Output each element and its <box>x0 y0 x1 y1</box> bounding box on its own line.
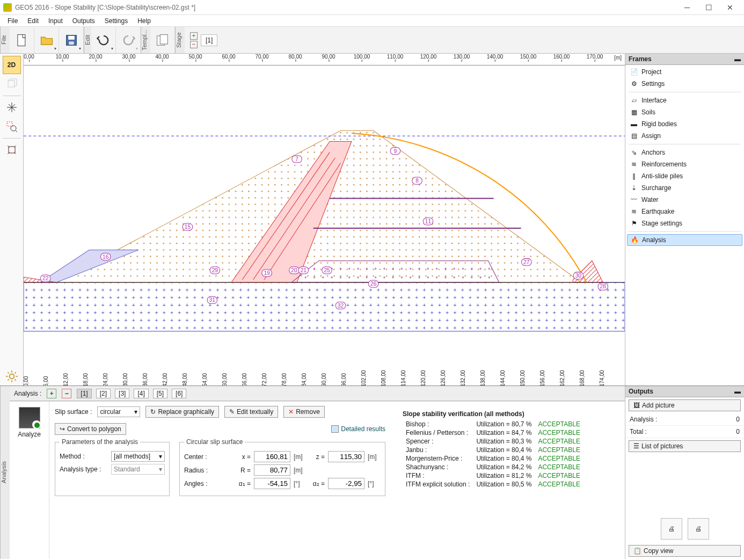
analyze-button-label[interactable]: Analyze <box>18 431 41 438</box>
analysis-tab-6[interactable]: [6] <box>172 389 186 398</box>
frames-collapse-icon[interactable]: ▬ <box>734 55 741 63</box>
menu-edit[interactable]: Edit <box>23 16 43 26</box>
analysis-tab-4[interactable]: [4] <box>134 389 148 398</box>
analysis-tab-5[interactable]: [5] <box>153 389 167 398</box>
frames-item-water[interactable]: 〰Water <box>625 194 744 206</box>
detailed-results-button[interactable]: Detailed results <box>331 425 385 433</box>
remove-button[interactable]: ✕Remove <box>283 406 325 418</box>
minimize-button[interactable]: ─ <box>676 3 698 12</box>
svg-rect-2 <box>68 35 75 39</box>
new-file-button[interactable] <box>10 27 34 53</box>
axis-tick: 30,00 <box>122 373 128 386</box>
analysis-add-button[interactable]: + <box>47 389 56 398</box>
frames-item-settings[interactable]: ⚙Settings <box>625 78 744 90</box>
maximize-button[interactable]: ☐ <box>698 3 719 12</box>
angle2-input[interactable] <box>328 478 364 489</box>
fit-view-button[interactable] <box>3 141 21 159</box>
frames-item-stage-settings[interactable]: ⚑Stage settings <box>625 217 744 229</box>
analysis-remove-button[interactable]: − <box>62 389 71 398</box>
method-select[interactable]: [all methods]▾ <box>111 451 165 462</box>
print-button[interactable]: 🖨 <box>661 518 682 540</box>
print-color-button[interactable]: 🖨 <box>688 518 709 540</box>
view-2d-button[interactable]: 2D <box>3 56 21 74</box>
result-status: ACCEPTABLE <box>535 420 583 428</box>
frames-item-project[interactable]: 📄Project <box>625 66 744 78</box>
svg-text:16: 16 <box>103 254 109 260</box>
axis-tick: 18,00 <box>83 373 89 386</box>
stage-tag-1[interactable]: [1] <box>201 34 217 46</box>
frames-item-surcharge[interactable]: ⇣Surcharge <box>625 182 744 194</box>
ruler-tick: 30,00 <box>122 54 135 60</box>
open-file-button[interactable]: ▾ <box>34 27 59 53</box>
convert-icon: ↪ <box>60 425 65 433</box>
frames-item-label: Settings <box>641 80 665 88</box>
analysis-tab-3[interactable]: [3] <box>115 389 129 398</box>
analysis-tab-2[interactable]: [2] <box>96 389 111 398</box>
frames-item-rigid-bodies[interactable]: ▬Rigid bodies <box>625 118 744 130</box>
svg-rect-5 <box>160 34 167 44</box>
edit-textually-button[interactable]: ✎Edit textually <box>224 406 278 418</box>
analysis-type-value: Standard <box>114 466 140 473</box>
list-pictures-button[interactable]: ☰List of pictures <box>629 440 741 452</box>
vtab-stage[interactable]: Stage <box>175 27 185 53</box>
vtab-edit[interactable]: Edit <box>84 27 91 53</box>
radius-input[interactable] <box>254 464 290 476</box>
undo-button[interactable]: ▾ <box>91 27 116 53</box>
vtab-templates[interactable]: Templ... <box>141 27 150 53</box>
stage-remove-button[interactable]: − <box>190 41 198 48</box>
frames-item-label: Stage settings <box>641 220 682 227</box>
frames-item-label: Rigid bodies <box>641 120 677 128</box>
frames-item-label: Project <box>641 68 661 76</box>
view-3d-button[interactable] <box>3 75 21 93</box>
ruler-tick: 80,00 <box>288 54 302 60</box>
center-z-input[interactable] <box>328 451 364 462</box>
close-button[interactable]: ✕ <box>719 3 741 12</box>
frames-item-assign[interactable]: ▤Assign <box>625 130 744 142</box>
frames-item-earthquake[interactable]: ≋Earthquake <box>625 206 744 217</box>
templates-button[interactable] <box>150 27 175 53</box>
add-picture-button[interactable]: 🖼Add picture <box>629 399 741 411</box>
settings-gear-button[interactable] <box>3 367 21 386</box>
frames-item-anti-slide-piles[interactable]: ‖Anti-slide piles <box>625 170 744 182</box>
frames-item-anchors[interactable]: ⇘Anchors <box>625 147 744 158</box>
vtab-analysis[interactable]: Analysis <box>0 386 10 559</box>
result-row: ITFM explicit solution :Utilization = 80… <box>403 480 583 489</box>
slip-type-select[interactable]: circular▾ <box>97 406 140 417</box>
params-legend: Parameters of the analysis <box>60 438 140 446</box>
frames-item-reinforcements[interactable]: ≋Reinforcements <box>625 158 744 170</box>
zoom-select-button[interactable] <box>3 118 21 136</box>
save-button[interactable]: ▾ <box>59 27 84 53</box>
frames-item-label: Analysis <box>642 236 666 244</box>
result-row: Shachunyanc :Utilization = 84,2 %ACCEPTA… <box>403 463 583 471</box>
vtab-file[interactable]: File <box>0 27 10 53</box>
copy-view-button[interactable]: 📋Copy view <box>629 545 741 557</box>
convert-polygon-button[interactable]: ↪Convert to polygon <box>55 423 126 435</box>
menu-help[interactable]: Help <box>133 16 155 26</box>
menu-settings[interactable]: Settings <box>100 16 132 26</box>
outputs-collapse-icon[interactable]: ▬ <box>734 388 741 395</box>
stage-add-button[interactable]: + <box>190 32 198 40</box>
menu-file[interactable]: File <box>3 16 22 26</box>
frames-item-interface[interactable]: ▱Interface <box>625 94 744 106</box>
frames-item-soils[interactable]: ▦Soils <box>625 106 744 118</box>
pan-button[interactable] <box>3 98 21 117</box>
outputs-analysis-label: Analysis : <box>630 416 657 423</box>
add-picture-label: Add picture <box>642 402 675 409</box>
menu-outputs[interactable]: Outputs <box>68 16 99 26</box>
replace-graphically-button[interactable]: ↻Replace graphically <box>145 406 219 418</box>
axis-tick: 60,00 <box>222 373 228 386</box>
analysis-tab-1[interactable]: [1] <box>77 389 91 398</box>
zone-label-27: 27 <box>522 259 531 266</box>
angle1-input[interactable] <box>254 478 290 489</box>
frames-item-analysis[interactable]: 🔥Analysis <box>627 234 742 246</box>
menu-input[interactable]: Input <box>44 16 67 26</box>
drawing-canvas[interactable]: [m] 0,0010,0020,0030,0040,0050,0060,0070… <box>24 54 625 386</box>
dropdown-icon: ▾ <box>159 453 162 460</box>
center-x-input[interactable] <box>254 451 290 462</box>
redo-button[interactable]: ▾ <box>116 27 141 53</box>
analysis-type-select[interactable]: Standard▾ <box>111 464 165 475</box>
analyze-icon[interactable] <box>19 407 40 428</box>
zone-label-19: 19 <box>262 270 272 277</box>
svg-text:20: 20 <box>291 267 297 273</box>
result-status: ACCEPTABLE <box>535 463 583 471</box>
